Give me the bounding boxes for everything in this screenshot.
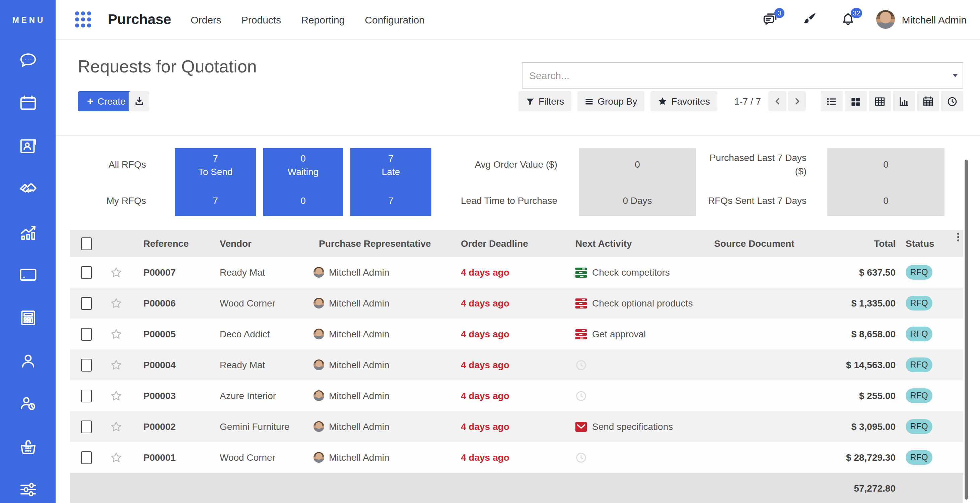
tile-late[interactable]: 7 Late 7 [350, 148, 431, 216]
row-checkbox[interactable] [81, 327, 92, 340]
tile-avg-lead: 0 0 Days [579, 148, 696, 216]
person-icon[interactable] [18, 351, 38, 371]
status-badge: RFQ [906, 419, 932, 434]
next-activity-cell[interactable]: Get approval [565, 329, 705, 339]
row-checkbox[interactable] [81, 451, 92, 464]
group-by-bars-icon [585, 97, 593, 105]
user-avatar[interactable] [877, 10, 895, 29]
purchased-7d-value: 0 [827, 158, 945, 171]
view-list-button[interactable] [821, 91, 843, 111]
rep-avatar [313, 359, 324, 370]
sales-chart-icon[interactable] [18, 222, 38, 242]
row-checkbox[interactable] [81, 297, 92, 310]
apps-grid-icon[interactable] [75, 11, 91, 27]
header-source[interactable]: Source Document [705, 238, 804, 249]
vertical-scrollbar[interactable] [965, 160, 968, 500]
search-input[interactable] [522, 70, 953, 81]
sliders-icon[interactable] [18, 479, 38, 500]
view-pivot-button[interactable] [869, 91, 891, 111]
view-calendar-button[interactable] [917, 91, 939, 111]
chat-icon[interactable] [18, 50, 38, 70]
export-button[interactable] [129, 91, 150, 111]
plus-icon: + [87, 95, 94, 107]
filter-funnel-icon [526, 97, 535, 105]
next-activity-cell[interactable] [565, 390, 705, 401]
status-badge: RFQ [906, 265, 932, 279]
next-activity-cell[interactable]: Check competitors [565, 267, 705, 278]
star-icon[interactable] [110, 358, 122, 371]
tile-waiting[interactable]: 0 Waiting 0 [263, 148, 343, 216]
table-row[interactable]: P00004 Ready Mat Mitchell Admin 4 days a… [70, 350, 963, 380]
row-checkbox[interactable] [81, 389, 92, 402]
pager-next-button[interactable] [788, 91, 806, 111]
nav-orders[interactable]: Orders [191, 14, 221, 25]
calculator-icon[interactable] [18, 308, 38, 328]
row-checkbox[interactable] [81, 420, 92, 433]
header-status[interactable]: Status [896, 238, 963, 249]
star-icon[interactable] [110, 389, 122, 402]
kanban-view-icon [850, 95, 862, 108]
dashboard-row-my-rfqs: My RFQs [32, 194, 146, 207]
header-deadline[interactable]: Order Deadline [446, 238, 565, 249]
user-name[interactable]: Mitchell Admin [902, 14, 967, 25]
notifications-bell-icon[interactable]: 32 [840, 11, 856, 27]
app-title[interactable]: Purchase [108, 11, 171, 27]
brush-icon[interactable] [802, 11, 818, 27]
tile-purchased-sent: 0 0 [827, 148, 945, 216]
rep-avatar [313, 390, 324, 401]
nav-configuration[interactable]: Configuration [365, 14, 424, 25]
activity-tasks-icon [575, 298, 587, 308]
table-row[interactable]: P00006 Wood Corner Mitchell Admin 4 days… [70, 288, 963, 319]
filters-button[interactable]: Filters [519, 91, 571, 111]
rep-avatar [313, 421, 324, 432]
next-activity-cell[interactable]: Send specifications [565, 421, 705, 432]
header-reference[interactable]: Reference [131, 238, 208, 249]
menu-label[interactable]: MENU [10, 0, 46, 40]
credit-card-icon[interactable] [18, 265, 38, 285]
table-row[interactable]: P00003 Azure Interior Mitchell Admin 4 d… [70, 380, 963, 411]
view-kanban-button[interactable] [845, 91, 867, 111]
favorites-button[interactable]: Favorites [651, 91, 718, 111]
nav-reporting[interactable]: Reporting [301, 14, 345, 25]
basket-icon[interactable] [18, 437, 38, 457]
star-icon[interactable] [110, 266, 122, 279]
table-row[interactable]: P00001 Wood Corner Mitchell Admin 4 days… [70, 442, 963, 473]
row-checkbox[interactable] [81, 358, 92, 371]
view-activity-button[interactable] [941, 91, 963, 111]
header-rep[interactable]: Purchase Representative [307, 238, 446, 249]
next-activity-cell[interactable] [565, 452, 705, 463]
favorites-star-icon [658, 97, 668, 106]
star-icon[interactable] [110, 451, 122, 464]
activity-mail-icon [575, 422, 587, 431]
tile-to-send[interactable]: 7 To Send 7 [175, 148, 256, 216]
header-activity[interactable]: Next Activity [565, 238, 705, 249]
star-icon[interactable] [110, 420, 122, 433]
table-row[interactable]: P00005 Deco Addict Mitchell Admin 4 days… [70, 319, 963, 350]
pivot-view-icon [873, 95, 886, 108]
table-row[interactable]: P00002 Gemini Furniture Mitchell Admin 4… [70, 411, 963, 442]
star-icon[interactable] [110, 297, 122, 310]
contacts-icon[interactable] [18, 136, 38, 156]
star-icon[interactable] [110, 327, 122, 340]
purchased-7d-label-line2: ($) [693, 164, 807, 178]
messages-icon[interactable]: 3 [763, 11, 779, 27]
attendance-icon[interactable] [18, 394, 38, 414]
next-activity-cell[interactable]: Check optional products [565, 298, 705, 308]
optional-columns-icon[interactable] [957, 233, 959, 241]
table-row[interactable]: P00007 Ready Mat Mitchell Admin 4 days a… [70, 257, 963, 288]
nav-products[interactable]: Products [242, 14, 281, 25]
next-activity-cell[interactable] [565, 359, 705, 370]
search-dropdown-caret[interactable] [953, 74, 958, 77]
create-button[interactable]: + Create [78, 91, 135, 111]
list-view-icon [825, 95, 838, 108]
row-checkbox[interactable] [81, 266, 92, 279]
pager-previous-button[interactable] [768, 91, 786, 111]
calendar-icon[interactable] [18, 93, 38, 113]
select-all-checkbox[interactable] [81, 237, 92, 250]
status-badge: RFQ [906, 296, 932, 310]
top-bar: Purchase Orders Products Reporting Confi… [56, 0, 980, 40]
header-total[interactable]: Total [804, 238, 896, 249]
view-graph-button[interactable] [893, 91, 915, 111]
header-vendor[interactable]: Vendor [208, 238, 307, 249]
group-by-button[interactable]: Group By [578, 91, 644, 111]
